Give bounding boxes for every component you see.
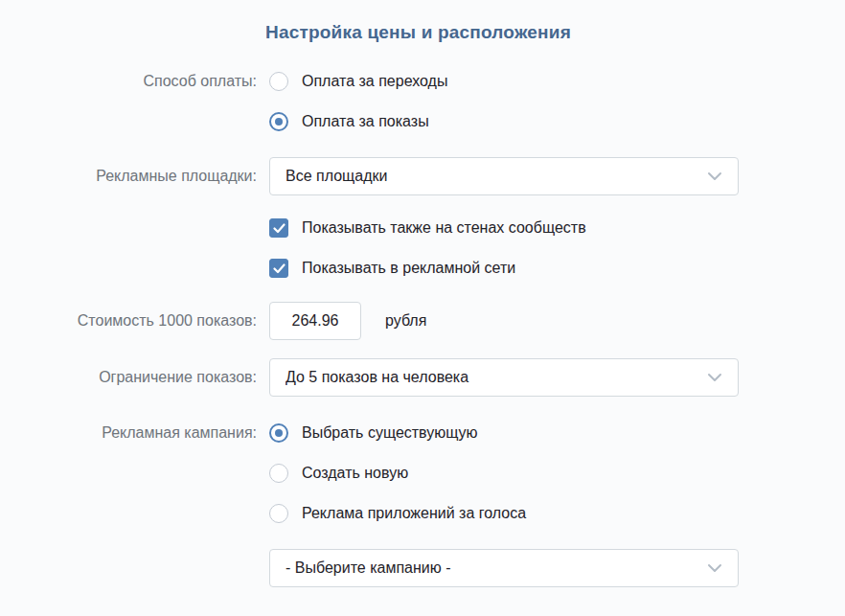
display-options-group: Показывать также на стенах сообществ Пок… <box>269 218 845 278</box>
payment-method-label: Способ оплаты: <box>0 72 257 91</box>
ad-platforms-label: Рекламные площадки: <box>0 157 257 195</box>
impression-limit-selected-value: До 5 показов на человека <box>285 369 697 386</box>
cpm-label: Стоимость 1000 показов: <box>0 302 257 340</box>
radio-icon[interactable] <box>269 464 288 483</box>
cpm-input[interactable] <box>269 302 361 340</box>
chevron-down-icon <box>707 563 722 573</box>
chevron-down-icon <box>707 171 722 181</box>
radio-icon[interactable] <box>269 112 288 131</box>
price-placement-settings-page: Настройка цены и расположения Способ опл… <box>0 0 845 616</box>
radio-icon[interactable] <box>269 504 288 523</box>
campaign-select-value: - Выберите кампанию - <box>285 559 697 577</box>
radio-icon[interactable] <box>269 423 288 443</box>
checkbox-option-label: Показывать в рекламной сети <box>302 260 515 277</box>
cpm-row: Стоимость 1000 показов: рубля <box>0 302 845 340</box>
impression-limit-select[interactable]: До 5 показов на человека <box>269 358 739 397</box>
campaign-options: Выбрать существующую Создать новую Рекла… <box>257 423 526 523</box>
campaign-select[interactable]: - Выберите кампанию - <box>269 549 739 587</box>
payment-method-row: Способ оплаты: Оплата за переходы Оплата… <box>0 72 845 131</box>
radio-option-pay-per-impression[interactable]: Оплата за показы <box>269 112 447 131</box>
ad-platforms-select[interactable]: Все площадки <box>269 157 739 195</box>
checkbox-option-label: Показывать также на стенах сообществ <box>302 219 586 237</box>
radio-option-create-new[interactable]: Создать новую <box>269 464 526 483</box>
payment-method-options: Оплата за переходы Оплата за показы <box>257 72 447 131</box>
radio-option-app-ads-for-votes[interactable]: Реклама приложений за голоса <box>269 504 526 523</box>
impression-limit-row: Ограничение показов: До 5 показов на чел… <box>0 358 845 397</box>
radio-option-choose-existing[interactable]: Выбрать существующую <box>269 423 526 443</box>
ad-platforms-row: Рекламные площадки: Все площадки <box>0 157 845 195</box>
chevron-down-icon <box>707 373 722 382</box>
campaign-select-row: - Выберите кампанию - <box>269 549 845 587</box>
ad-platforms-selected-value: Все площадки <box>285 168 697 185</box>
checkbox-option-community-walls[interactable]: Показывать также на стенах сообществ <box>269 218 845 238</box>
radio-option-label: Выбрать существующую <box>302 424 478 442</box>
cpm-currency-unit: рубля <box>385 302 426 340</box>
campaign-label: Рекламная кампания: <box>0 423 257 443</box>
checkbox-checked-icon[interactable] <box>269 259 288 278</box>
radio-option-label: Создать новую <box>302 465 408 482</box>
radio-option-pay-per-click[interactable]: Оплата за переходы <box>269 72 447 91</box>
radio-option-label: Оплата за показы <box>302 113 429 130</box>
page-title: Настройка цены и расположения <box>265 0 845 43</box>
radio-icon[interactable] <box>269 72 288 91</box>
impression-limit-label: Ограничение показов: <box>0 358 257 397</box>
radio-option-label: Реклама приложений за голоса <box>302 505 526 522</box>
checkbox-option-ad-network[interactable]: Показывать в рекламной сети <box>269 259 845 278</box>
campaign-row: Рекламная кампания: Выбрать существующую… <box>0 423 845 523</box>
checkbox-checked-icon[interactable] <box>269 218 288 238</box>
radio-option-label: Оплата за переходы <box>302 73 447 90</box>
